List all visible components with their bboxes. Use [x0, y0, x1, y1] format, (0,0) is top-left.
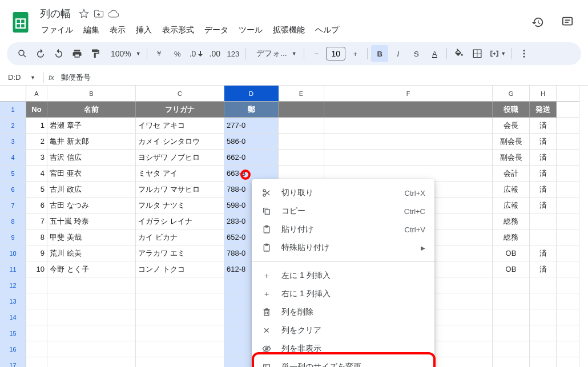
increase-font-icon[interactable]: + — [347, 45, 364, 62]
ctx-copy[interactable]: コピー Ctrl+C — [252, 202, 434, 220]
row-header-5[interactable]: 5 — [0, 166, 26, 182]
ctx-resize-col[interactable]: 単一列のサイズを変更 — [252, 358, 434, 367]
menu-insert[interactable]: 挿入 — [131, 23, 156, 38]
row-header-17[interactable]: 17 — [0, 357, 26, 367]
select-all-corner[interactable] — [0, 86, 26, 102]
col-header-extra[interactable] — [557, 86, 579, 102]
row-header-12[interactable]: 12 — [0, 277, 26, 293]
currency-button[interactable]: ￥ — [151, 45, 168, 62]
merge-cells-icon[interactable]: ▼ — [487, 45, 508, 62]
row-header-10[interactable]: 10 — [0, 245, 26, 261]
menu-view[interactable]: 表示 — [105, 23, 130, 38]
font-size-input[interactable] — [326, 47, 345, 61]
name-box[interactable]: D:D▼ — [5, 72, 39, 83]
menu-data[interactable]: データ — [200, 23, 233, 38]
strikethrough-button[interactable]: S — [408, 45, 425, 62]
ctx-insert-left[interactable]: + 左に 1 列挿入 — [252, 267, 434, 285]
row-header-7[interactable]: 7 — [0, 197, 26, 213]
col-header-E[interactable]: E — [279, 86, 324, 102]
print-icon[interactable] — [69, 45, 86, 62]
font-dropdown[interactable]: デフォ...▼ — [249, 45, 300, 62]
col-header-C[interactable]: C — [136, 86, 224, 102]
comment-all-icon[interactable] — [556, 11, 579, 34]
zoom-dropdown[interactable]: 100%▼ — [105, 45, 143, 62]
cell-no: 2 — [26, 134, 47, 150]
row-header-16[interactable]: 16 — [0, 341, 26, 357]
row-header-14[interactable]: 14 — [0, 309, 26, 325]
svg-point-15 — [263, 194, 265, 196]
fx-label: fx — [49, 73, 54, 82]
menu-extensions[interactable]: 拡張機能 — [268, 23, 309, 38]
ctx-delete-col[interactable]: 列を削除 — [252, 303, 434, 321]
col-header-A[interactable]: A — [26, 86, 47, 102]
ctx-paste-special[interactable]: 特殊貼り付け ▶ — [252, 239, 434, 257]
cell-furigana: カメイ シンタロウ — [136, 134, 224, 150]
number-format-dropdown[interactable]: 123 — [224, 45, 241, 62]
ctx-clear-col[interactable]: ✕ 列をクリア — [252, 321, 434, 340]
italic-button[interactable]: I — [389, 45, 406, 62]
menu-tools[interactable]: ツール — [234, 23, 267, 38]
row-header-1[interactable]: 1 — [0, 102, 26, 118]
menu-edit[interactable]: 編集 — [79, 23, 104, 38]
percent-button[interactable]: % — [169, 45, 186, 62]
cell-send: 済 — [530, 197, 557, 213]
cell-empty — [530, 357, 557, 367]
cell-empty — [47, 309, 136, 325]
row-header-8[interactable]: 8 — [0, 213, 26, 229]
menu-file[interactable]: ファイル — [37, 23, 78, 38]
row-header-4[interactable]: 4 — [0, 150, 26, 166]
row-header-2[interactable]: 2 — [0, 118, 26, 134]
decrease-font-icon[interactable]: − — [308, 45, 325, 62]
formula-input[interactable]: 郵便番号 — [61, 72, 583, 83]
cell-empty — [26, 341, 47, 357]
star-icon[interactable] — [79, 9, 89, 19]
col-header-G[interactable]: G — [493, 86, 530, 102]
doc-title[interactable]: 列の幅 — [37, 6, 74, 22]
row-header-6[interactable]: 6 — [0, 182, 26, 197]
ctx-paste[interactable]: 貼り付け Ctrl+V — [252, 220, 434, 239]
history-icon[interactable] — [526, 11, 549, 34]
cell-name: 荒川 絵美 — [47, 245, 136, 261]
undo-icon[interactable] — [32, 45, 49, 62]
cell-name: 宮田 亜衣 — [47, 166, 136, 182]
fill-color-icon[interactable] — [450, 45, 468, 62]
row-header-13[interactable]: 13 — [0, 293, 26, 309]
cell-no: 6 — [26, 197, 47, 213]
ctx-insert-right[interactable]: + 右に 1 列挿入 — [252, 285, 434, 303]
move-icon[interactable] — [94, 9, 104, 19]
cell-role: 副会長 — [493, 150, 530, 166]
row-header-3[interactable]: 3 — [0, 134, 26, 150]
row-header-9[interactable]: 9 — [0, 229, 26, 245]
cell-send: 済 — [530, 245, 557, 261]
text-color-button[interactable]: A — [426, 45, 443, 62]
cell-empty — [47, 357, 136, 367]
cell-send: 済 — [530, 261, 557, 277]
col-header-F[interactable]: F — [324, 86, 493, 102]
redo-icon[interactable] — [50, 45, 67, 62]
cell-furigana: フルタ ナツミ — [136, 197, 224, 213]
ctx-hide-col[interactable]: 列を非表示 — [252, 340, 434, 358]
row-header-11[interactable]: 11 — [0, 261, 26, 277]
paint-format-icon[interactable] — [87, 45, 104, 62]
row-header-15[interactable]: 15 — [0, 325, 26, 341]
decrease-decimal-icon[interactable]: .0 — [187, 45, 206, 62]
menu-format[interactable]: 表示形式 — [158, 23, 199, 38]
search-menus-icon[interactable] — [14, 45, 31, 62]
borders-icon[interactable] — [469, 45, 486, 62]
menu-help[interactable]: ヘルプ — [311, 23, 344, 38]
cell-furigana: コンノ トクコ — [136, 261, 224, 277]
col-header-H[interactable]: H — [530, 86, 557, 102]
hdr-role: 役職 — [493, 102, 530, 118]
increase-decimal-icon[interactable]: .00 — [206, 45, 223, 62]
bold-button[interactable]: B — [371, 45, 388, 62]
cloud-icon[interactable] — [108, 9, 119, 19]
more-toolbar-icon[interactable] — [515, 45, 533, 62]
cell-extra — [557, 102, 579, 118]
cell-f — [324, 118, 493, 134]
cell-empty — [47, 293, 136, 309]
cell-empty — [557, 277, 579, 293]
col-header-B[interactable]: B — [47, 86, 136, 102]
col-header-D[interactable]: D — [224, 86, 279, 102]
sheets-logo[interactable] — [9, 11, 32, 34]
ctx-cut[interactable]: 切り取り Ctrl+X — [252, 184, 434, 202]
